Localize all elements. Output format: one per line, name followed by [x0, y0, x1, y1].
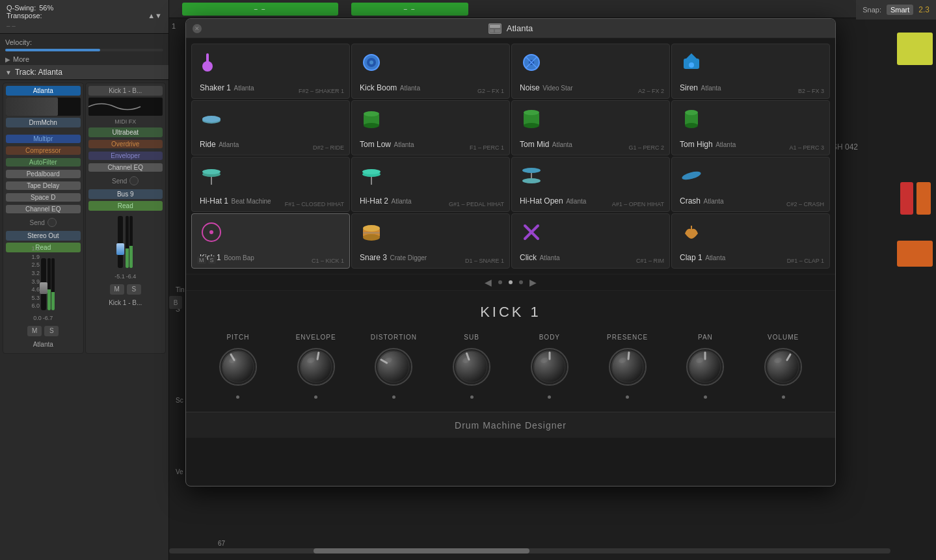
- dmd-titlebar: ✕ Atlanta: [186, 19, 835, 38]
- ch2-bus[interactable]: Bus 9: [88, 189, 163, 199]
- knob-presence[interactable]: [607, 346, 649, 388]
- pad-cell-kick[interactable]: Kick 1 Boom Bap C1 – KICK 1 M S: [191, 213, 350, 269]
- ch2-fader-track[interactable]: [118, 216, 123, 268]
- svg-point-40: [363, 225, 380, 232]
- ch1-solo[interactable]: S: [44, 326, 59, 336]
- knob-dot-1: [314, 395, 317, 399]
- pad-sub-2: Video Star: [542, 85, 573, 92]
- pad-icon-siren: [680, 51, 822, 79]
- knob-pitch[interactable]: [217, 346, 259, 388]
- dmd-title: Atlanta: [488, 23, 533, 34]
- ch1-meter-l: [47, 258, 51, 310]
- pad-cell-tom-mid[interactable]: Tom Mid Atlanta G1 – PERC 2: [511, 100, 670, 155]
- ch1-mute[interactable]: M: [27, 326, 42, 336]
- pad-key-2: A2 – FX 2: [638, 88, 664, 94]
- ch1-autofilter[interactable]: AutoFilter: [6, 158, 81, 167]
- ch1-compressor[interactable]: Compressor: [6, 146, 81, 155]
- ch1-read[interactable]: Read: [6, 243, 81, 252]
- more-row[interactable]: ▶ More: [0, 53, 168, 65]
- knob-envelope[interactable]: [295, 346, 337, 388]
- ch2-meter-l-fill: [126, 248, 129, 268]
- pad-key-7: A1 – PERC 3: [789, 144, 824, 151]
- pad-sub-1: Atlanta: [400, 85, 420, 92]
- ch2-overdrive[interactable]: Overdrive: [88, 140, 163, 148]
- knob-distortion[interactable]: [373, 346, 414, 388]
- expand-btn[interactable]: B: [169, 296, 182, 309]
- ch1-fader-track[interactable]: [41, 258, 46, 310]
- pad-sub-5: Atlanta: [394, 141, 414, 148]
- ch1-bus[interactable]: Stereo Out: [6, 231, 81, 241]
- svg-point-46: [220, 349, 256, 385]
- dmd-icon-svg: [489, 24, 501, 33]
- ch2-channeleq[interactable]: Channel EQ: [88, 163, 163, 172]
- ch1-fader-area: 1.21.92.53.23.94.65.36.0: [31, 254, 55, 313]
- ch2-fader-thumb[interactable]: [116, 243, 124, 255]
- scrollbar-track[interactable]: [169, 548, 890, 553]
- nav-next-button[interactable]: ▶: [529, 277, 537, 287]
- qswing-label: Q-Swing:: [7, 4, 36, 12]
- region-green-2: – –: [351, 3, 468, 16]
- svg-point-31: [362, 169, 381, 174]
- ch1-pedalboard[interactable]: Pedalboard: [6, 170, 81, 178]
- ch2-read[interactable]: Read: [88, 201, 163, 211]
- knob-volume[interactable]: [762, 346, 804, 388]
- knob-container-pitch: PITCH: [199, 334, 277, 399]
- qswing-row: Q-Swing: 56%: [7, 4, 162, 12]
- snap-number: 2.3: [918, 5, 929, 14]
- ch2-enveloper[interactable]: Enveloper: [88, 152, 163, 160]
- knob-dot-4: [548, 395, 551, 399]
- pad-cell-shaker[interactable]: Shaker 1 Atlanta F#2 – SHAKER 1: [191, 44, 350, 99]
- pad-name-4: Ride: [200, 140, 216, 149]
- dmd-close-button[interactable]: ✕: [193, 24, 202, 33]
- pad-cell-crash[interactable]: Crash Atlanta C#2 – CRASH: [671, 157, 830, 212]
- pad-cell-snare[interactable]: Snare 3 Crate Digger D1 – SNARE 1: [351, 213, 510, 269]
- pad-cell-hihat-closed[interactable]: Hi-Hat 1 Beat Machine F#1 – CLOSED HIHAT: [191, 157, 350, 212]
- ch1-tapedelay[interactable]: Tape Delay: [6, 181, 81, 190]
- pad-cell-noise[interactable]: Noise Video Star A2 – FX 2: [511, 44, 670, 99]
- ch1-plugin[interactable]: DrmMchn: [6, 118, 81, 127]
- pad-cell-siren[interactable]: Siren Atlanta B2 – FX 3: [671, 44, 830, 99]
- pad-cell-tom-high[interactable]: Tom High Atlanta A1 – PERC 3: [671, 100, 830, 155]
- ch1-waveform: [6, 98, 58, 116]
- pad-icon-shaker: [200, 51, 341, 79]
- ch2-plugin[interactable]: Ultrabeat: [88, 127, 163, 137]
- knob-container-pan: PAN: [667, 334, 745, 399]
- knob-pan[interactable]: [684, 346, 726, 388]
- pad-m-btn[interactable]: M: [197, 256, 206, 264]
- pad-icon-clap: [680, 220, 822, 248]
- pad-icon-hihat-pedal: [360, 164, 501, 192]
- pad-cell-click[interactable]: Click Atlanta C#1 – RIM: [511, 213, 670, 269]
- ch1-send-knob[interactable]: [47, 218, 57, 227]
- pad-sub-9: Atlanta: [391, 198, 411, 205]
- ch1-fader-thumb[interactable]: [40, 282, 47, 294]
- ch1-channeleq[interactable]: Channel EQ: [6, 205, 81, 213]
- nav-prev-button[interactable]: ◀: [485, 277, 492, 287]
- ch1-spaced[interactable]: Space D: [6, 193, 81, 202]
- knob-label-1: ENVELOPE: [296, 334, 336, 341]
- knob-sub[interactable]: [451, 346, 492, 388]
- pad-sub-7: Atlanta: [715, 141, 736, 148]
- ch2-solo[interactable]: S: [127, 284, 141, 295]
- dmd-window: ✕ Atlanta Shaker 1 Atlanta F#2 – SHAKER …: [185, 18, 836, 487]
- pad-cell-hihat-open[interactable]: Hi-Hat Open Atlanta A#1 – OPEN HIHAT: [511, 157, 670, 212]
- ch1-name: Atlanta: [6, 86, 81, 96]
- ch2-mute[interactable]: M: [110, 284, 124, 295]
- pad-cell-tom-low[interactable]: Tom Low Atlanta F1 – PERC 1: [351, 100, 510, 155]
- knob-dot-6: [704, 395, 707, 399]
- svg-point-23: [524, 123, 539, 128]
- knob-dot-0: [236, 395, 239, 399]
- pad-name-13: Snare 3: [360, 253, 387, 262]
- pad-cell-hihat-pedal[interactable]: Hi-Hat 2 Atlanta G#1 – PEDAL HIHAT: [351, 157, 510, 212]
- svg-rect-1: [490, 25, 500, 28]
- pad-cell-kick-boom[interactable]: Kick Boom Atlanta G2 – FX 1: [351, 44, 510, 99]
- snap-value[interactable]: Smart: [887, 5, 913, 15]
- ch2-send-knob[interactable]: [129, 176, 139, 185]
- knob-dot-7: [782, 395, 785, 399]
- scrollbar-thumb[interactable]: [314, 548, 530, 553]
- velocity-bar: [5, 49, 163, 51]
- ch1-multipr[interactable]: Multipr: [6, 135, 81, 143]
- pad-cell-clap[interactable]: Clap 1 Atlanta D#1 – CLAP 1: [671, 213, 830, 269]
- pad-cell-ride[interactable]: Ride Atlanta D#2 – RIDE: [191, 100, 350, 155]
- pad-s-btn[interactable]: S: [208, 256, 216, 264]
- knob-body[interactable]: [529, 346, 570, 388]
